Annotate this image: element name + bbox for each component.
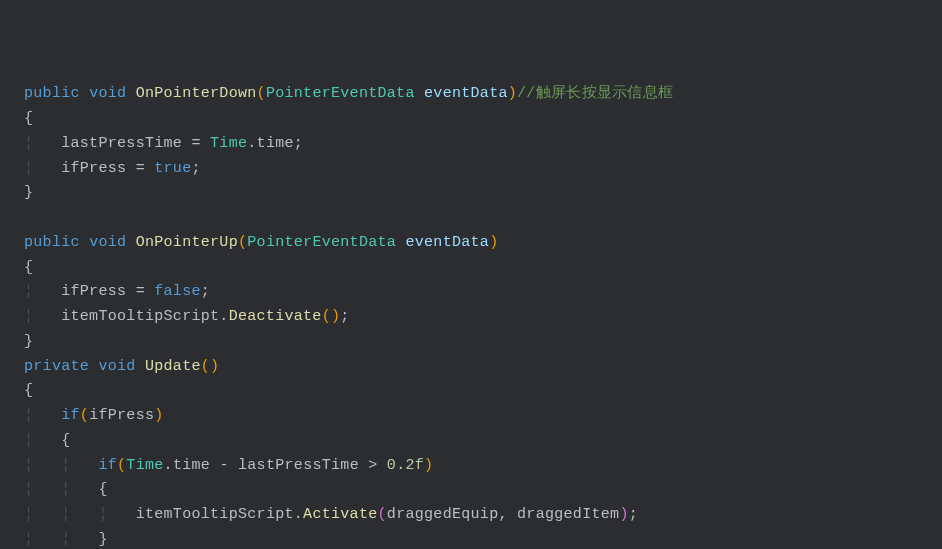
boolean-false: false: [154, 283, 201, 300]
type-name: PointerEventData: [266, 85, 415, 102]
dot: .: [294, 506, 303, 523]
operator-gt: >: [359, 457, 387, 474]
identifier: ifPress: [61, 283, 126, 300]
indent-guide: ¦: [24, 457, 61, 474]
indent-guide: ¦: [24, 407, 61, 424]
indent-guide: ¦: [98, 506, 135, 523]
identifier: ifPress: [89, 407, 154, 424]
brace-open: {: [61, 432, 70, 449]
function-name: OnPointerUp: [136, 234, 238, 251]
operator-assign: =: [126, 160, 154, 177]
code-line: ¦ itemTooltipScript.Deactivate();: [24, 305, 942, 330]
code-line: ¦ ¦ ¦ itemTooltipScript.Activate(dragged…: [24, 503, 942, 528]
keyword-if: if: [98, 457, 117, 474]
semicolon: ;: [201, 283, 210, 300]
indent-guide: ¦: [61, 457, 98, 474]
type-name: Time: [126, 457, 163, 474]
identifier: itemTooltipScript: [61, 308, 219, 325]
semicolon: ;: [294, 135, 303, 152]
identifier: time: [257, 135, 294, 152]
boolean-true: true: [154, 160, 191, 177]
paren-open: (: [257, 85, 266, 102]
paren-open: (: [117, 457, 126, 474]
identifier: ifPress: [61, 160, 126, 177]
keyword-public: public: [24, 234, 80, 251]
operator-assign: =: [126, 283, 154, 300]
code-line: ¦ ¦ {: [24, 478, 942, 503]
code-line: {: [24, 256, 942, 281]
keyword-public: public: [24, 85, 80, 102]
dot: .: [219, 308, 228, 325]
dot: .: [247, 135, 256, 152]
identifier: time: [173, 457, 210, 474]
type-name: PointerEventData: [247, 234, 396, 251]
indent-guide: ¦: [24, 160, 61, 177]
indent-guide: ¦: [61, 531, 98, 548]
code-line: public void OnPointerDown(PointerEventDa…: [24, 82, 942, 107]
operator-assign: =: [182, 135, 210, 152]
parameter: eventData: [424, 85, 508, 102]
parameter: eventData: [405, 234, 489, 251]
brace-open: {: [24, 259, 33, 276]
brace-open: {: [24, 110, 33, 127]
paren-close: ): [210, 358, 219, 375]
code-line: ¦ ifPress = true;: [24, 157, 942, 182]
keyword-void: void: [89, 85, 126, 102]
paren-close: ): [424, 457, 433, 474]
indent-guide: ¦: [24, 531, 61, 548]
paren-close: ): [619, 506, 628, 523]
paren-open: (: [80, 407, 89, 424]
code-line: ¦ lastPressTime = Time.time;: [24, 132, 942, 157]
function-name: OnPointerDown: [136, 85, 257, 102]
identifier: itemTooltipScript: [136, 506, 294, 523]
brace-open: {: [98, 481, 107, 498]
keyword-void: void: [98, 358, 135, 375]
brace-close: }: [24, 333, 33, 350]
brace-open: {: [24, 382, 33, 399]
code-line: {: [24, 379, 942, 404]
type-name: Time: [210, 135, 247, 152]
paren-open: (: [201, 358, 210, 375]
brace-close: }: [24, 184, 33, 201]
paren-open: (: [322, 308, 331, 325]
code-line: {: [24, 107, 942, 132]
number-literal: 0.2f: [387, 457, 424, 474]
keyword-private: private: [24, 358, 89, 375]
code-line: ¦ ¦ if(Time.time - lastPressTime > 0.2f): [24, 454, 942, 479]
semicolon: ;: [191, 160, 200, 177]
paren-open: (: [238, 234, 247, 251]
indent-guide: ¦: [24, 506, 61, 523]
code-line: }: [24, 181, 942, 206]
paren-open: (: [378, 506, 387, 523]
code-line: ¦ ¦ }: [24, 528, 942, 549]
paren-close: ): [508, 85, 517, 102]
operator-minus: -: [210, 457, 238, 474]
code-line: public void OnPointerUp(PointerEventData…: [24, 231, 942, 256]
method-call: Activate: [303, 506, 377, 523]
code-editor-viewport[interactable]: public void OnPointerDown(PointerEventDa…: [24, 82, 942, 549]
indent-guide: ¦: [61, 506, 98, 523]
identifier: lastPressTime: [238, 457, 359, 474]
paren-close: ): [154, 407, 163, 424]
code-line: ¦ if(ifPress): [24, 404, 942, 429]
keyword-void: void: [89, 234, 126, 251]
paren-close: ): [331, 308, 340, 325]
function-name: Update: [145, 358, 201, 375]
identifier: lastPressTime: [61, 135, 182, 152]
brace-close: }: [98, 531, 107, 548]
comma: ,: [498, 506, 517, 523]
identifier: draggedEquip: [387, 506, 499, 523]
method-call: Deactivate: [229, 308, 322, 325]
indent-guide: ¦: [24, 283, 61, 300]
identifier: draggedItem: [517, 506, 619, 523]
indent-guide: ¦: [24, 481, 61, 498]
paren-close: ): [489, 234, 498, 251]
comment: //触屏长按显示信息框: [517, 85, 673, 102]
code-line: ¦ {: [24, 429, 942, 454]
semicolon: ;: [629, 506, 638, 523]
code-line: ¦ ifPress = false;: [24, 280, 942, 305]
dot: .: [164, 457, 173, 474]
indent-guide: ¦: [24, 308, 61, 325]
code-line: }: [24, 330, 942, 355]
indent-guide: ¦: [61, 481, 98, 498]
